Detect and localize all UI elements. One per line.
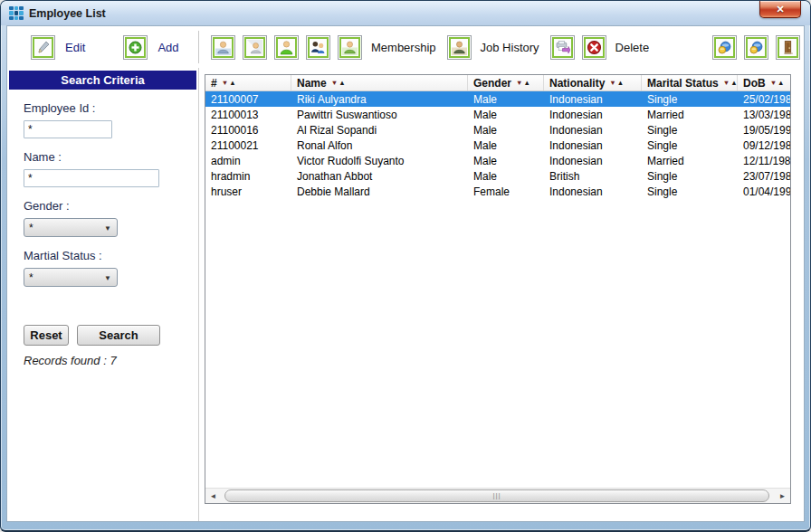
toolbar-right: Membership Job History Delete [199, 31, 804, 63]
employee-view-button[interactable] [211, 35, 235, 60]
delete-button[interactable] [582, 35, 606, 60]
table-cell: Married [642, 153, 738, 168]
add-button[interactable]: Add [123, 35, 178, 60]
table-cell: admin [205, 153, 291, 168]
window-title: Employee List [29, 7, 106, 20]
table-cell: 12/11/1980 [738, 153, 790, 168]
table-cell: Male [468, 122, 544, 138]
marital-status-select-value: * [29, 271, 33, 284]
sort-asc-icon[interactable]: ▲ [229, 79, 236, 87]
job-history-button[interactable] [447, 35, 472, 60]
table-cell: Indonesian [544, 184, 642, 199]
scrollbar-grip-icon: ||| [492, 492, 501, 499]
column-header-name[interactable]: Name▼▲ [291, 75, 468, 90]
table-row[interactable]: hradminJonathan AbbotMaleBritishSingle23… [205, 168, 790, 184]
grid-header-row: #▼▲Name▼▲Gender▼▲Nationality▼▲Marital St… [205, 75, 790, 91]
sort-desc-icon[interactable]: ▼ [609, 79, 616, 87]
name-label: Name : [24, 150, 196, 164]
table-cell: Single [642, 168, 738, 184]
employee-grid: #▼▲Name▼▲Gender▼▲Nationality▼▲Marital St… [205, 74, 791, 504]
reset-button[interactable]: Reset [24, 325, 69, 346]
search-panel-header: Search Criteria [9, 71, 196, 90]
personal-info-button[interactable] [274, 35, 299, 60]
sort-desc-icon[interactable]: ▼ [331, 79, 339, 87]
table-cell: 13/03/1987 [738, 107, 790, 122]
table-cell: Indonesian [544, 91, 642, 107]
sort-asc-icon[interactable]: ▲ [730, 79, 738, 87]
employee-photo-button[interactable] [243, 35, 267, 60]
table-row[interactable]: hruserDebbie MallardFemaleIndonesianSing… [205, 184, 790, 199]
edit-button[interactable]: Edit [31, 35, 85, 60]
table-cell: Indonesian [544, 107, 642, 122]
table-row[interactable]: 21100007Riki AulyandraMaleIndonesianSing… [205, 91, 790, 107]
name-input[interactable] [24, 169, 159, 187]
scroll-left-arrow-icon[interactable]: ◄ [205, 489, 221, 503]
column-header-gender[interactable]: Gender▼▲ [468, 75, 544, 90]
table-cell: Male [468, 153, 544, 168]
horizontal-scrollbar[interactable]: ◄ ||| ► [205, 488, 790, 503]
table-cell: hruser [205, 184, 291, 199]
membership-label: Membership [371, 41, 436, 54]
sort-asc-icon[interactable]: ▲ [523, 79, 530, 87]
table-cell: 21100007 [205, 91, 291, 107]
column-header--[interactable]: #▼▲ [205, 75, 291, 90]
scrollbar-track[interactable]: ||| [221, 489, 775, 503]
marital-status-label: Martial Status : [24, 249, 196, 262]
table-cell: Male [468, 168, 544, 184]
table-row[interactable]: adminVictor Rudolfi SuyantoMaleIndonesia… [205, 153, 790, 168]
toolbar-left: Edit Add [7, 31, 199, 63]
table-row[interactable]: 21100013Pawittri SuswantiosoMaleIndonesi… [205, 107, 790, 122]
table-cell: 21100021 [205, 138, 291, 153]
table-cell: British [544, 168, 642, 184]
sort-asc-icon[interactable]: ▲ [778, 79, 785, 87]
table-cell: 01/04/1990 [738, 184, 790, 199]
gender-select-value: * [29, 222, 33, 234]
edit-label: Edit [65, 41, 85, 54]
search-button[interactable]: Search [77, 325, 160, 346]
column-header-nationality[interactable]: Nationality▼▲ [544, 75, 642, 90]
sort-desc-icon[interactable]: ▼ [723, 79, 730, 87]
table-cell: Male [468, 107, 544, 122]
table-cell: Victor Rudolfi Suyanto [291, 153, 468, 168]
scrollbar-thumb[interactable]: ||| [224, 489, 769, 502]
table-cell: Single [642, 184, 738, 199]
marital-status-select[interactable]: * ▼ [24, 268, 118, 287]
column-header-marital-status[interactable]: Marital Status▼▲ [642, 75, 738, 90]
membership-button[interactable] [338, 35, 362, 60]
toolbar: Edit Add [7, 26, 804, 68]
export-data-button[interactable] [744, 35, 768, 60]
sort-asc-icon[interactable]: ▲ [339, 79, 346, 87]
chevron-down-icon: ▼ [104, 274, 111, 282]
exit-door-button[interactable] [776, 35, 800, 60]
search-buttons-row: Reset Search [24, 325, 196, 346]
close-button[interactable]: ✕ [759, 1, 801, 18]
employee-id-input[interactable] [24, 120, 112, 138]
search-panel: Search Criteria Employee Id : Name : Gen… [7, 68, 199, 521]
table-row[interactable]: 21100021Ronal AlfonMaleIndonesianSingle0… [205, 138, 790, 153]
table-cell: Al Rizal Sopandi [291, 122, 468, 138]
sort-desc-icon[interactable]: ▼ [770, 79, 778, 87]
table-cell: Female [468, 184, 544, 199]
edit-pencil-icon [31, 35, 55, 60]
table-cell: Indonesian [544, 122, 642, 138]
print-button[interactable] [550, 35, 575, 60]
titlebar[interactable]: Employee List ✕ [1, 1, 810, 25]
gender-label: Gender : [24, 199, 196, 213]
window-content: Edit Add [6, 25, 805, 522]
column-header-dob[interactable]: DoB▼▲ [738, 75, 791, 90]
refresh-data-button[interactable] [712, 35, 737, 60]
table-cell: Male [468, 91, 544, 107]
sort-desc-icon[interactable]: ▼ [222, 79, 229, 87]
scroll-right-arrow-icon[interactable]: ► [775, 489, 790, 503]
gender-select[interactable]: * ▼ [24, 218, 118, 237]
table-cell: Male [468, 138, 544, 153]
table-cell: Debbie Mallard [291, 184, 468, 199]
table-row[interactable]: 21100016Al Rizal SopandiMaleIndonesianSi… [205, 122, 790, 138]
family-button[interactable] [306, 35, 330, 60]
table-cell: Ronal Alfon [291, 138, 468, 153]
sort-asc-icon[interactable]: ▲ [617, 79, 625, 87]
table-cell: Single [642, 122, 738, 138]
table-cell: Indonesian [544, 138, 642, 153]
employee-id-label: Employee Id : [24, 101, 196, 115]
table-cell: Married [642, 107, 738, 122]
